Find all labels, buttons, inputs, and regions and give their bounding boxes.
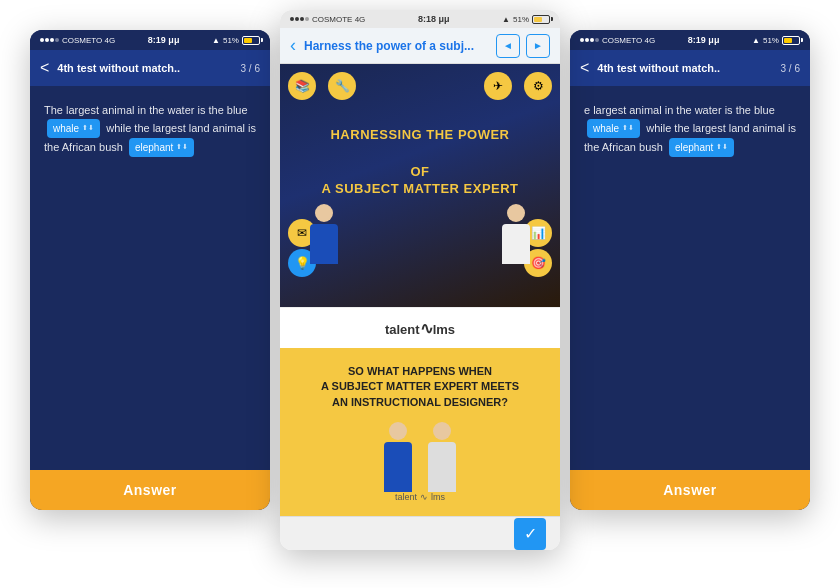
time-left: 8:19 μμ <box>148 35 180 45</box>
battery-right <box>782 36 800 45</box>
answer-button-left[interactable]: Answer <box>30 470 270 510</box>
select-whale-left[interactable]: whale <box>47 119 100 138</box>
carrier-left: COSMETO 4G <box>62 36 115 45</box>
status-bar-center: COSMOTE 4G 8:18 μμ ▲ 51% <box>280 10 560 28</box>
lms-text: lms <box>433 322 455 337</box>
infographic-title-line3: A SUBJECT MATTER EXPERT <box>321 181 518 196</box>
talent-text: talent <box>385 322 420 337</box>
back-button-right[interactable]: < <box>580 59 589 77</box>
battery-left <box>242 36 260 45</box>
figure-right-dark <box>502 204 530 264</box>
infographic-title-line1: HARNESSING THE POWER <box>321 127 518 144</box>
nav-title-center: Harness the power of a subj... <box>304 39 488 53</box>
signal-dots-center <box>290 17 309 21</box>
content-left: The largest animal in the water is the b… <box>30 86 270 470</box>
status-left-left: COSMETO 4G <box>40 36 115 45</box>
footer-lms: lms <box>431 492 445 502</box>
figure-body-right-yellow <box>428 442 456 492</box>
infographic-yellow-section: SO WHAT HAPPENS WHEN A SUBJECT MATTER EX… <box>280 348 560 516</box>
talent-lms-bar: talent∿lms <box>280 307 560 348</box>
dot2 <box>45 38 49 42</box>
question-part1-right: e largest animal in the water is the blu… <box>584 104 775 116</box>
status-bar-right: COSMETO 4G 8:19 μμ ▲ 51% <box>570 30 810 50</box>
select-elephant-left[interactable]: elephant <box>129 138 194 157</box>
rdot1 <box>580 38 584 42</box>
page-num-left: 3 / 6 <box>241 63 260 74</box>
rdot2 <box>585 38 589 42</box>
signal-pct-left: 51% <box>223 36 239 45</box>
select-elephant-right[interactable]: elephant <box>669 138 734 157</box>
nav-arrows-center: ◄ ► <box>496 34 550 58</box>
icon-gear: ⚙ <box>524 72 552 100</box>
talent-lms-logo: talent∿lms <box>385 319 455 338</box>
icon-tool: 🔧 <box>328 72 356 100</box>
cdot2 <box>295 17 299 21</box>
dot1 <box>40 38 44 42</box>
cdot4 <box>305 17 309 21</box>
figure-left-yellow <box>384 422 412 492</box>
status-left-center: COSMOTE 4G <box>290 15 365 24</box>
icon-book: 📚 <box>288 72 316 100</box>
back-button-left[interactable]: < <box>40 59 49 77</box>
nav-title-left: 4th test without match.. <box>57 62 232 74</box>
next-button-center[interactable]: ► <box>526 34 550 58</box>
status-right-right: ▲ 51% <box>752 36 800 45</box>
dot3 <box>50 38 54 42</box>
nav-bar-left: < 4th test without match.. 3 / 6 <box>30 50 270 86</box>
nav-bar-center: ‹ Harness the power of a subj... ◄ ► <box>280 28 560 64</box>
signal-pct-center: 51% <box>513 15 529 24</box>
signal-dots-right <box>580 38 599 42</box>
time-right: 8:19 μμ <box>688 35 720 45</box>
dark-content-left: The largest animal in the water is the b… <box>30 86 270 470</box>
signal-dots-left <box>40 38 59 42</box>
cdot3 <box>300 17 304 21</box>
checkbox-button[interactable]: ✓ <box>514 518 546 550</box>
infographic-title-block: HARNESSING THE POWER OF A SUBJECT MATTER… <box>321 107 518 196</box>
figures-row-dark <box>300 204 540 264</box>
yellow-title-line3: AN INSTRUCTIONAL DESIGNER? <box>321 395 519 410</box>
footer-talent: talent <box>395 492 417 502</box>
signal-right: ▲ <box>752 36 760 45</box>
footer-wave: ∿ <box>420 492 428 502</box>
figure-head-left-yellow <box>389 422 407 440</box>
carrier-right: COSMETO 4G <box>602 36 655 45</box>
talent-footer: talent∿lms <box>395 492 445 506</box>
phone-right: COSMETO 4G 8:19 μμ ▲ 51% < 4th test with… <box>570 30 810 510</box>
battery-fill-left <box>244 38 252 43</box>
yellow-title: SO WHAT HAPPENS WHEN A SUBJECT MATTER EX… <box>321 364 519 410</box>
select-whale-right[interactable]: whale <box>587 119 640 138</box>
signal-left: ▲ <box>212 36 220 45</box>
dot4 <box>55 38 59 42</box>
yellow-title-line2: A SUBJECT MATTER EXPERT MEETS <box>321 379 519 394</box>
infographic-title-line2: OF <box>321 164 518 181</box>
page-num-right: 3 / 6 <box>781 63 800 74</box>
talent-wave: ∿ <box>420 319 433 338</box>
battery-center <box>532 15 550 24</box>
figure-body-left-yellow <box>384 442 412 492</box>
figure-right-yellow <box>428 422 456 492</box>
nav-bar-right: < 4th test without match.. 3 / 6 <box>570 50 810 86</box>
rdot3 <box>590 38 594 42</box>
cdot1 <box>290 17 294 21</box>
status-right-left: ▲ 51% <box>212 36 260 45</box>
phone-left: COSMETO 4G 8:19 μμ ▲ 51% < 4th test with… <box>30 30 270 510</box>
screenshot-bg: COSMETO 4G 8:19 μμ ▲ 51% < 4th test with… <box>0 0 840 588</box>
dark-content-right: e largest animal in the water is the blu… <box>570 86 810 470</box>
figure-left-dark <box>310 204 338 264</box>
back-button-center[interactable]: ‹ <box>290 35 296 56</box>
icon-plane: ✈ <box>484 72 512 100</box>
figure-head-right <box>507 204 525 222</box>
answer-button-right[interactable]: Answer <box>570 470 810 510</box>
signal-pct-right: 51% <box>763 36 779 45</box>
yellow-figures-row <box>384 422 456 492</box>
rdot4 <box>595 38 599 42</box>
prev-button-center[interactable]: ◄ <box>496 34 520 58</box>
question-part1-left: The largest animal in the water is the b… <box>44 104 248 116</box>
figure-body-left <box>310 224 338 264</box>
figure-head-right-yellow <box>433 422 451 440</box>
signal-center: ▲ <box>502 15 510 24</box>
status-right-center: ▲ 51% <box>502 15 550 24</box>
nav-title-right: 4th test without match.. <box>597 62 772 74</box>
question-text-right: e largest animal in the water is the blu… <box>584 102 796 157</box>
carrier-center: COSMOTE 4G <box>312 15 365 24</box>
